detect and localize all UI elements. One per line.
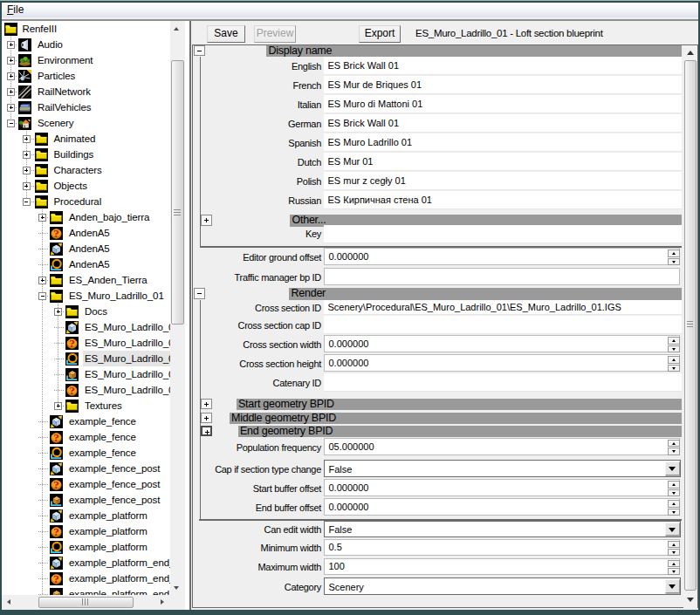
svg-text:?: ? [53, 431, 59, 444]
svg-text:?: ? [53, 227, 59, 240]
svg-text:?: ? [69, 337, 75, 350]
svg-text:?: ? [69, 384, 75, 397]
svg-text:?: ? [53, 525, 59, 538]
svg-text:?: ? [53, 478, 59, 491]
svg-text:?: ? [53, 572, 59, 585]
